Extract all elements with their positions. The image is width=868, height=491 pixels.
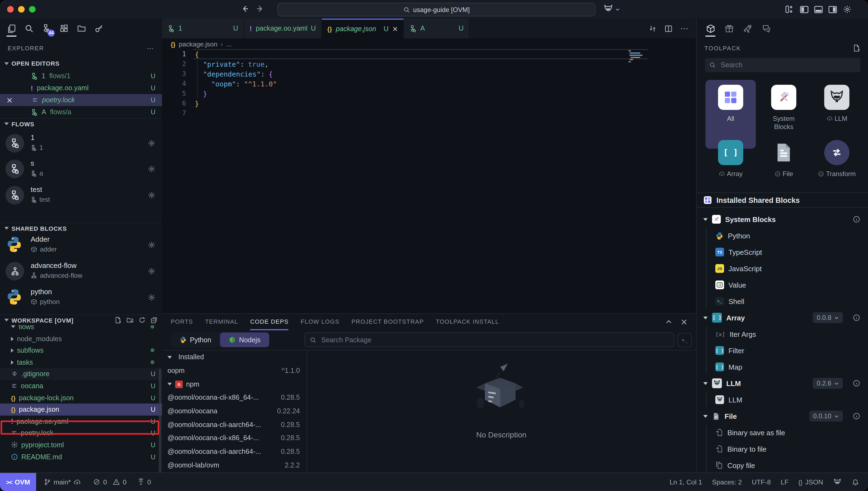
close-panel-icon[interactable] xyxy=(681,319,687,325)
problems-item[interactable]: 0 0 xyxy=(93,478,127,486)
category-tile-array[interactable]: [ ] Array xyxy=(705,140,756,178)
folder-icon[interactable] xyxy=(76,20,87,37)
language-mode[interactable]: {} JSON xyxy=(798,478,823,486)
notifications-bell-icon[interactable] xyxy=(851,478,859,486)
package-row[interactable]: @oomol/oocana-cli-x86_64-...0.28.5 xyxy=(162,431,306,445)
block-shell[interactable]: >_ Shell xyxy=(697,293,868,310)
nav-forward-icon[interactable] xyxy=(255,4,264,13)
collapse-all-icon[interactable] xyxy=(151,317,158,324)
forwarded-ports-item[interactable]: 0 xyxy=(137,478,151,486)
block-binary-save-as-file[interactable]: Binary save as file xyxy=(697,424,868,441)
tab-project-bootstrap[interactable]: PROJECT BOOTSTRAP xyxy=(351,314,424,330)
remote-indicator[interactable]: >< OVM xyxy=(0,473,36,491)
key-icon[interactable] xyxy=(93,20,105,37)
tab-flow-logs[interactable]: FLOW LOGS xyxy=(301,314,340,330)
refresh-icon[interactable] xyxy=(138,317,145,324)
minimap[interactable] xyxy=(628,50,648,83)
open-editor-item[interactable]: ! package.oo.yaml U xyxy=(0,82,162,94)
group-file[interactable]: File 0.0.10 xyxy=(697,408,868,424)
toggle-panel-icon[interactable] xyxy=(814,5,823,14)
info-icon[interactable] xyxy=(853,412,860,420)
open-changes-icon[interactable] xyxy=(649,24,657,32)
flow-card[interactable]: test test xyxy=(0,183,162,208)
more-actions-icon[interactable]: ⋯ xyxy=(147,44,154,52)
new-toolpack-icon[interactable] xyxy=(853,44,860,52)
new-file-icon[interactable] xyxy=(114,317,121,324)
toolpack-search[interactable] xyxy=(705,58,860,72)
tree-item-readme[interactable]: README.md U xyxy=(0,451,162,463)
block-filter[interactable]: [ ] Filter xyxy=(697,342,868,359)
open-editor-item[interactable]: A flows/a U xyxy=(0,106,162,118)
info-icon[interactable] xyxy=(853,215,860,223)
npm-section-header[interactable]: n npm xyxy=(162,378,306,391)
indentation[interactable]: Spaces: 2 xyxy=(712,478,742,486)
info-icon[interactable] xyxy=(853,314,860,321)
tab-flow-a[interactable]: A U xyxy=(404,19,469,38)
feedback-chat-icon[interactable] xyxy=(760,20,772,37)
window-zoom-button[interactable] xyxy=(29,6,35,12)
close-icon[interactable] xyxy=(6,97,12,103)
customize-layout-icon[interactable] xyxy=(785,5,793,14)
breadcrumb[interactable]: {} package.json › ... xyxy=(171,40,232,48)
eol-sequence[interactable]: LF xyxy=(781,478,789,486)
group-array[interactable]: [ ] Array 0.0.8 xyxy=(697,310,868,326)
package-row[interactable]: @oomol-lab/ovm2.2.2 xyxy=(162,459,306,472)
version-select[interactable]: 0.0.10 xyxy=(809,411,843,422)
encoding[interactable]: UTF-8 xyxy=(752,478,771,486)
gear-icon[interactable] xyxy=(148,165,156,173)
gear-icon[interactable] xyxy=(148,139,156,147)
info-icon[interactable] xyxy=(853,379,860,387)
tab-flow-1[interactable]: 1 U xyxy=(162,19,244,38)
tab-ports[interactable]: PORTS xyxy=(171,314,193,330)
category-tile-llm[interactable]: LLM xyxy=(812,85,862,123)
shared-blocks-header[interactable]: SHARED BLOCKS xyxy=(0,223,162,233)
search-icon[interactable] xyxy=(23,20,35,37)
toolpack-box-icon[interactable] xyxy=(704,20,716,37)
toggle-right-sidebar-icon[interactable] xyxy=(828,5,837,14)
block-javascript[interactable]: JS JavaScript xyxy=(697,260,868,277)
oomol-assistant-icon[interactable] xyxy=(603,4,614,14)
chevron-up-icon[interactable] xyxy=(666,319,672,325)
tree-item-tasks[interactable]: tasks xyxy=(0,356,162,368)
runtime-nodejs-button[interactable]: Nodejs xyxy=(220,333,269,347)
gear-icon[interactable] xyxy=(148,241,156,249)
flow-card[interactable]: s a xyxy=(0,157,162,182)
shared-block-card[interactable]: python python xyxy=(0,285,162,311)
flow-card[interactable]: 1 1 xyxy=(0,131,162,156)
explorer-files-icon[interactable] xyxy=(5,20,18,37)
package-search-input[interactable] xyxy=(320,336,669,344)
package-search[interactable] xyxy=(304,333,674,347)
terminal-button[interactable]: >_ xyxy=(678,333,692,347)
code-editor[interactable]: {} package.json › ... 1{ 2"private":true… xyxy=(162,38,696,313)
blocks-icon[interactable] xyxy=(58,20,70,37)
tab-package-json[interactable]: {} package.json U xyxy=(322,19,404,38)
category-tile-file[interactable]: File xyxy=(759,140,809,178)
sidebar-scrollbar[interactable] xyxy=(159,369,161,472)
flows-header[interactable]: FLOWS xyxy=(0,118,162,129)
tab-code-deps[interactable]: CODE DEPS xyxy=(250,314,289,330)
flows-icon[interactable]: 44 xyxy=(40,20,53,37)
oomol-fox-icon[interactable] xyxy=(833,478,842,486)
settings-gear-icon[interactable] xyxy=(843,5,851,14)
block-python[interactable]: Python xyxy=(697,227,868,244)
gear-icon[interactable] xyxy=(148,294,156,301)
package-row[interactable]: @oomol/oocana-cli-x86_64-...0.28.5 xyxy=(162,391,306,404)
gear-icon[interactable] xyxy=(148,191,156,199)
tree-item-pyproject[interactable]: pyproject.toml U xyxy=(0,439,162,451)
close-icon[interactable] xyxy=(392,26,398,32)
block-iter-args[interactable]: [x] Iter Args xyxy=(697,326,868,342)
block-value[interactable]: Value xyxy=(697,277,868,293)
open-editor-item[interactable]: 1 flows/1 U xyxy=(0,70,162,82)
cursor-position[interactable]: Ln 1, Col 1 xyxy=(670,478,702,486)
version-select[interactable]: 0.0.8 xyxy=(813,312,843,323)
split-editor-icon[interactable] xyxy=(664,24,673,32)
open-editor-item-selected[interactable]: poetry.lock U xyxy=(0,94,162,106)
category-tile-system-blocks[interactable]: System Blocks xyxy=(759,85,809,131)
group-system-blocks[interactable]: System Blocks xyxy=(697,211,868,227)
git-branch-item[interactable]: main* xyxy=(44,478,81,486)
rocket-icon[interactable] xyxy=(741,20,754,37)
category-tile-all[interactable]: All xyxy=(705,80,756,149)
new-folder-icon[interactable] xyxy=(127,317,134,324)
tab-terminal[interactable]: TERMINAL xyxy=(205,314,238,330)
window-minimize-button[interactable] xyxy=(18,6,25,12)
